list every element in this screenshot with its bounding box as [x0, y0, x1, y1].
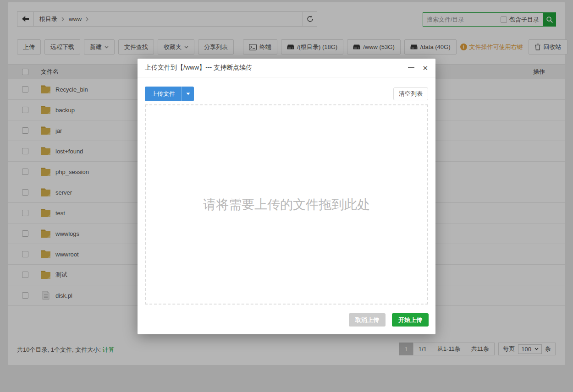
clear-list-button[interactable]: 清空列表	[393, 87, 428, 100]
upload-file-button[interactable]: 上传文件	[145, 87, 182, 101]
start-upload-button[interactable]: 开始上传	[392, 313, 429, 327]
upload-file-split-button[interactable]: 上传文件	[145, 87, 194, 101]
upload-options-caret[interactable]	[182, 87, 194, 101]
file-manager-page: 根目录 www 包含子目录	[0, 0, 573, 392]
file-dropzone[interactable]: 请将需要上传的文件拖到此处	[145, 104, 428, 305]
upload-dialog: 上传文件到【/www】--- 支持断点续传 ✕ 上传文件 清空列表 请将需要上传…	[138, 59, 435, 334]
dialog-title: 上传文件到【/www】--- 支持断点续传	[145, 64, 252, 72]
dialog-footer: 取消上传 开始上传	[349, 313, 429, 327]
close-icon[interactable]: ✕	[422, 65, 428, 71]
minimize-icon[interactable]	[408, 67, 414, 68]
dropzone-hint: 请将需要上传的文件拖到此处	[203, 196, 370, 213]
dialog-header: 上传文件到【/www】--- 支持断点续传 ✕	[138, 59, 435, 77]
caret-down-icon	[186, 93, 190, 95]
cancel-upload-button[interactable]: 取消上传	[349, 313, 386, 327]
